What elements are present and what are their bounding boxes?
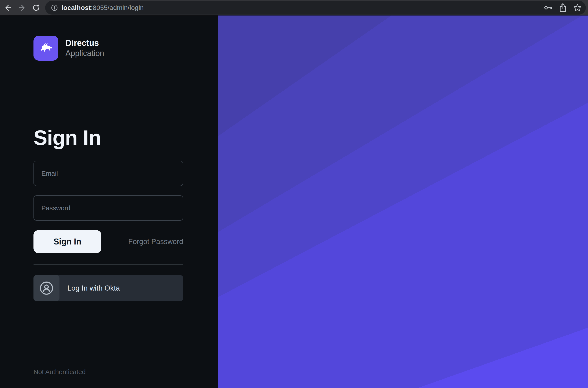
back-arrow-icon [4,3,12,12]
password-key-icon[interactable] [544,3,553,12]
bookmark-star-icon[interactable] [573,3,582,12]
browser-toolbar: localhost:8055/admin/login [0,0,588,15]
share-icon[interactable] [559,3,567,12]
auth-status: Not Authenticated [33,368,183,376]
url-host: localhost [62,4,91,11]
forgot-password-link[interactable]: Forgot Password [128,238,183,246]
divider [33,264,183,265]
email-field[interactable] [33,161,183,186]
address-bar[interactable]: localhost:8055/admin/login [45,1,586,15]
user-circle-icon [39,281,54,296]
site-info-icon[interactable] [50,4,58,12]
reload-icon [32,3,40,12]
forward-arrow-icon [18,3,26,12]
back-button[interactable] [2,2,14,14]
url-text: localhost:8055/admin/login [62,4,144,11]
page-title: Sign In [33,127,183,149]
directus-logo [33,36,58,61]
brand-subtitle: Application [65,48,104,58]
login-panel: Directus Application Sign In Sign In For… [0,15,218,388]
reload-button[interactable] [30,2,42,14]
actions-row: Sign In Forgot Password [33,230,183,253]
okta-icon-box [33,275,60,301]
okta-login-button[interactable]: Log In with Okta [33,275,183,301]
rabbit-icon [37,39,55,57]
url-path: :8055/admin/login [91,4,144,11]
password-field[interactable] [33,195,183,221]
brand-title: Directus [65,38,104,48]
forward-button[interactable] [16,2,28,14]
brand-header: Directus Application [33,36,183,61]
sign-in-button[interactable]: Sign In [33,230,101,253]
okta-label: Log In with Okta [67,284,120,292]
art-panel [218,15,588,388]
